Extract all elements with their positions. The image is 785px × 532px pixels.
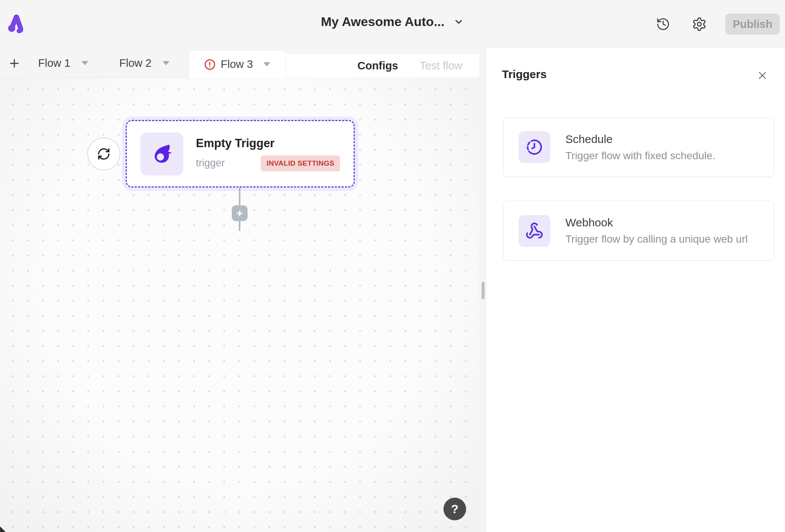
trigger-node-icon-tile <box>140 132 183 175</box>
trigger-node-meta: trigger INVALID SETTINGS <box>196 155 340 171</box>
tab-flow-1-label: Flow 1 <box>38 57 70 69</box>
help-button[interactable]: ? <box>443 498 466 520</box>
webhook-icon <box>525 222 543 240</box>
flow-canvas[interactable]: Empty Trigger trigger INVALID SETTINGS +… <box>0 78 479 532</box>
webhook-icon-tile <box>519 215 550 247</box>
tab-flow-2-label: Flow 2 <box>119 57 151 69</box>
tab-flow-1[interactable]: Flow 1 <box>38 48 88 78</box>
triggers-panel-title: Triggers <box>502 68 546 81</box>
canvas-scroll-gutter <box>479 48 487 532</box>
schedule-text: Schedule Trigger flow with fixed schedul… <box>565 133 715 162</box>
trigger-node[interactable]: Empty Trigger trigger INVALID SETTINGS <box>126 120 355 188</box>
configs-tab[interactable]: Configs <box>357 60 398 72</box>
configs-toolbar: Configs Test flow <box>286 54 480 78</box>
triggers-panel: Triggers Schedule Trigger flow with fixe… <box>487 48 785 532</box>
tab-flow-3-active[interactable]: Flow 3 <box>189 50 286 78</box>
history-button[interactable] <box>654 15 672 33</box>
schedule-icon-tile <box>519 131 550 163</box>
schedule-name: Schedule <box>565 133 715 146</box>
history-icon <box>656 17 670 31</box>
chevron-down-icon <box>454 17 464 27</box>
trigger-option-schedule[interactable]: Schedule Trigger flow with fixed schedul… <box>503 117 774 177</box>
vertical-scrollbar-thumb[interactable] <box>482 282 485 299</box>
add-step-button[interactable]: + <box>232 205 248 221</box>
webhook-name: Webhook <box>565 216 748 229</box>
chevron-down-icon[interactable] <box>163 61 169 65</box>
test-flow-tab[interactable]: Test flow <box>420 60 462 72</box>
app-logo-icon[interactable] <box>8 12 26 35</box>
alert-circle-icon <box>204 59 215 70</box>
flow-tab-bar: Flow 1 Flow 2 Flow 3 Configs Test flow <box>0 48 487 78</box>
refresh-icon <box>97 147 111 161</box>
publish-button[interactable]: Publish <box>725 14 780 35</box>
close-icon <box>757 70 768 81</box>
trigger-node-text: Empty Trigger trigger INVALID SETTINGS <box>196 137 340 171</box>
settings-button[interactable] <box>690 15 708 33</box>
trigger-node-subtitle: trigger <box>196 157 225 169</box>
invalid-settings-badge: INVALID SETTINGS <box>261 155 340 171</box>
add-flow-button[interactable] <box>6 55 23 72</box>
flow-title: My Awesome Auto... <box>321 14 444 29</box>
chevron-down-icon[interactable] <box>82 61 88 65</box>
gear-icon <box>692 17 707 32</box>
plus-icon <box>8 57 21 70</box>
chevron-down-icon[interactable] <box>263 62 270 66</box>
trigger-option-webhook[interactable]: Webhook Trigger flow by calling a unique… <box>503 201 774 261</box>
close-panel-button[interactable] <box>755 68 770 83</box>
webhook-text: Webhook Trigger flow by calling a unique… <box>565 216 748 245</box>
trigger-node-title: Empty Trigger <box>196 137 340 150</box>
top-app-bar: My Awesome Auto... Publish <box>0 0 785 48</box>
flame-icon <box>150 142 174 166</box>
refresh-flow-button[interactable] <box>87 137 120 171</box>
mouse-cursor <box>0 526 6 532</box>
timer-icon <box>525 138 543 156</box>
webhook-description: Trigger flow by calling a unique web url <box>565 233 748 245</box>
schedule-description: Trigger flow with fixed schedule. <box>565 150 715 162</box>
flow-title-dropdown[interactable]: My Awesome Auto... <box>321 14 464 29</box>
tab-flow-3-label: Flow 3 <box>221 58 253 71</box>
tab-flow-2[interactable]: Flow 2 <box>119 48 169 78</box>
